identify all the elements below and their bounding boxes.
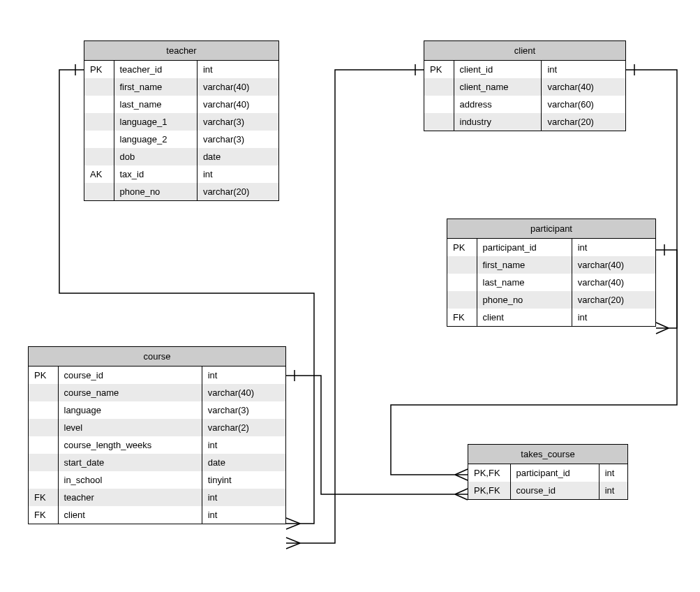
field-name: client bbox=[58, 506, 202, 524]
key-cell: PK,FK bbox=[468, 464, 510, 482]
field-type: int bbox=[202, 506, 285, 524]
key-cell bbox=[424, 96, 454, 113]
svg-line-2 bbox=[286, 524, 300, 529]
field-name: language bbox=[58, 401, 202, 419]
field-type: int bbox=[197, 165, 278, 183]
entity-client: client PKclient_idint client_namevarchar… bbox=[424, 40, 626, 131]
field-type: tinyint bbox=[202, 471, 285, 489]
field-name: participant_id bbox=[510, 464, 599, 482]
entity-rows: PKclient_idint client_namevarchar(40) ad… bbox=[424, 61, 625, 131]
entity-course: course PKcourse_idint course_namevarchar… bbox=[28, 346, 286, 524]
field-type: int bbox=[599, 464, 627, 482]
entity-title: client bbox=[424, 41, 625, 61]
entity-title: teacher bbox=[84, 41, 278, 61]
field-type: int bbox=[572, 239, 655, 256]
key-cell: PK bbox=[447, 239, 477, 256]
field-type: varchar(20) bbox=[197, 183, 278, 200]
key-cell bbox=[84, 131, 114, 148]
field-type: varchar(40) bbox=[202, 384, 285, 401]
key-cell bbox=[29, 401, 58, 419]
key-cell: PK bbox=[84, 61, 114, 78]
entity-participant: participant PKparticipant_idint first_na… bbox=[447, 219, 656, 327]
field-type: date bbox=[197, 148, 278, 165]
key-cell: FK bbox=[29, 506, 58, 524]
field-type: varchar(20) bbox=[572, 291, 655, 309]
field-type: varchar(40) bbox=[542, 78, 625, 96]
key-cell bbox=[29, 471, 58, 489]
field-type: int bbox=[542, 61, 625, 78]
field-type: varchar(3) bbox=[197, 113, 278, 131]
key-cell: FK bbox=[29, 489, 58, 506]
svg-line-4 bbox=[286, 538, 300, 543]
field-name: phone_no bbox=[114, 183, 197, 200]
svg-line-14 bbox=[455, 494, 468, 500]
field-name: language_1 bbox=[114, 113, 197, 131]
field-name: last_name bbox=[114, 96, 197, 113]
field-name: in_school bbox=[58, 471, 202, 489]
key-cell bbox=[84, 148, 114, 165]
key-cell bbox=[29, 454, 58, 471]
key-cell: PK bbox=[29, 367, 58, 384]
field-name: first_name bbox=[477, 256, 572, 274]
field-name: tax_id bbox=[114, 165, 197, 183]
svg-line-7 bbox=[656, 323, 669, 328]
field-name: teacher bbox=[58, 489, 202, 506]
field-type: varchar(2) bbox=[202, 419, 285, 436]
svg-line-5 bbox=[286, 543, 300, 549]
field-type: int bbox=[572, 309, 655, 326]
key-cell bbox=[447, 256, 477, 274]
entity-rows: PKteacher_idint first_namevarchar(40) la… bbox=[84, 61, 278, 200]
field-name: course_id bbox=[58, 367, 202, 384]
svg-line-13 bbox=[455, 489, 468, 494]
entity-teacher: teacher PKteacher_idint first_namevarcha… bbox=[84, 40, 279, 201]
field-name: course_length_weeks bbox=[58, 436, 202, 454]
field-name: industry bbox=[454, 113, 542, 131]
entity-title: takes_course bbox=[468, 445, 627, 464]
field-name: start_date bbox=[58, 454, 202, 471]
field-name: language_2 bbox=[114, 131, 197, 148]
key-cell: PK bbox=[424, 61, 454, 78]
field-type: int bbox=[202, 367, 285, 384]
field-name: phone_no bbox=[477, 291, 572, 309]
field-name: client bbox=[477, 309, 572, 326]
svg-line-11 bbox=[455, 475, 468, 480]
key-cell bbox=[424, 113, 454, 131]
key-cell bbox=[29, 436, 58, 454]
entity-rows: PK,FKparticipant_idint PK,FKcourse_idint bbox=[468, 464, 627, 499]
field-type: int bbox=[202, 436, 285, 454]
entity-rows: PKcourse_idint course_namevarchar(40) la… bbox=[29, 367, 285, 524]
key-cell bbox=[84, 96, 114, 113]
key-cell bbox=[84, 78, 114, 96]
entity-rows: PKparticipant_idint first_namevarchar(40… bbox=[447, 239, 655, 326]
field-name: participant_id bbox=[477, 239, 572, 256]
field-type: varchar(3) bbox=[197, 131, 278, 148]
field-name: last_name bbox=[477, 274, 572, 291]
entity-title: participant bbox=[447, 219, 655, 239]
field-name: address bbox=[454, 96, 542, 113]
field-type: varchar(40) bbox=[197, 78, 278, 96]
field-name: course_name bbox=[58, 384, 202, 401]
field-type: int bbox=[599, 482, 627, 499]
entity-title: course bbox=[29, 347, 285, 367]
field-type: varchar(60) bbox=[542, 96, 625, 113]
key-cell bbox=[29, 384, 58, 401]
key-cell bbox=[29, 419, 58, 436]
key-cell: FK bbox=[447, 309, 477, 326]
field-type: varchar(40) bbox=[572, 256, 655, 274]
key-cell: PK,FK bbox=[468, 482, 510, 499]
field-name: teacher_id bbox=[114, 61, 197, 78]
field-type: varchar(40) bbox=[197, 96, 278, 113]
key-cell bbox=[84, 113, 114, 131]
field-name: first_name bbox=[114, 78, 197, 96]
erd-canvas: teacher PKteacher_idint first_namevarcha… bbox=[0, 0, 700, 592]
key-cell bbox=[84, 183, 114, 200]
field-type: int bbox=[197, 61, 278, 78]
svg-line-8 bbox=[656, 328, 669, 334]
field-name: client_name bbox=[454, 78, 542, 96]
svg-line-10 bbox=[455, 469, 468, 475]
field-name: client_id bbox=[454, 61, 542, 78]
key-cell bbox=[447, 274, 477, 291]
field-type: date bbox=[202, 454, 285, 471]
field-type: varchar(40) bbox=[572, 274, 655, 291]
key-cell bbox=[424, 78, 454, 96]
